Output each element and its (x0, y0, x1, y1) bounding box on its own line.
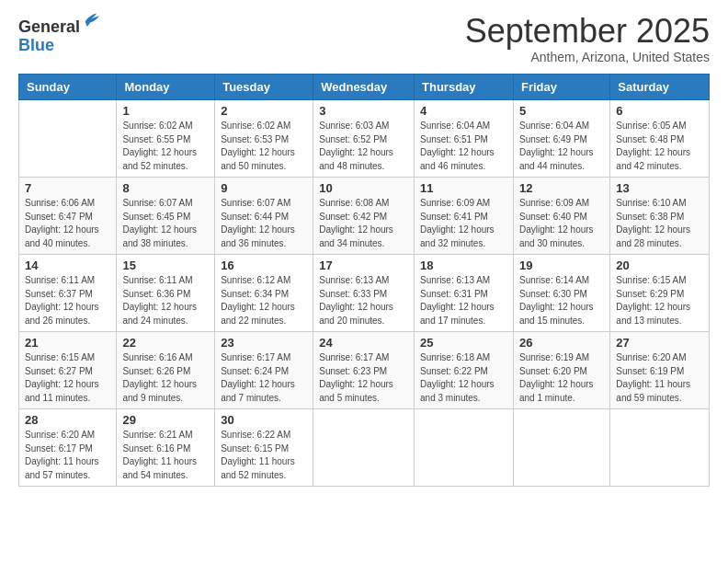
calendar-cell: 30Sunrise: 6:22 AM Sunset: 6:15 PM Dayli… (215, 409, 313, 487)
day-number: 24 (319, 336, 408, 350)
calendar-cell: 4Sunrise: 6:04 AM Sunset: 6:51 PM Daylig… (415, 100, 514, 178)
calendar-header-row: Sunday Monday Tuesday Wednesday Thursday… (19, 75, 710, 100)
calendar-cell (415, 409, 514, 487)
day-number: 29 (122, 413, 209, 427)
day-number: 27 (616, 336, 703, 350)
location-text: Anthem, Arizona, United States (465, 50, 710, 64)
calendar-cell: 22Sunrise: 6:16 AM Sunset: 6:26 PM Dayli… (117, 332, 215, 409)
title-section: September 2025 Anthem, Arizona, United S… (465, 15, 710, 64)
day-number: 8 (122, 181, 209, 195)
calendar-table: Sunday Monday Tuesday Wednesday Thursday… (18, 74, 710, 487)
header-thursday: Thursday (415, 75, 514, 100)
day-number: 10 (319, 181, 408, 195)
calendar-cell: 12Sunrise: 6:09 AM Sunset: 6:40 PM Dayli… (513, 178, 609, 255)
calendar-cell (19, 100, 117, 178)
day-info: Sunrise: 6:15 AM Sunset: 6:27 PM Dayligh… (25, 351, 110, 405)
day-number: 2 (221, 104, 307, 118)
calendar-cell: 1Sunrise: 6:02 AM Sunset: 6:55 PM Daylig… (117, 100, 215, 178)
day-info: Sunrise: 6:17 AM Sunset: 6:23 PM Dayligh… (319, 351, 408, 405)
logo: General Blue (18, 18, 80, 55)
day-info: Sunrise: 6:12 AM Sunset: 6:34 PM Dayligh… (221, 274, 307, 327)
calendar-cell (610, 409, 710, 487)
day-number: 13 (616, 181, 703, 195)
day-number: 30 (221, 413, 307, 427)
day-number: 11 (420, 181, 507, 195)
header-monday: Monday (117, 75, 215, 100)
logo-general-text: General (18, 18, 80, 37)
calendar-cell: 16Sunrise: 6:12 AM Sunset: 6:34 PM Dayli… (215, 255, 313, 332)
day-number: 14 (25, 259, 110, 272)
calendar-cell: 18Sunrise: 6:13 AM Sunset: 6:31 PM Dayli… (415, 255, 514, 332)
day-number: 15 (122, 259, 209, 272)
calendar-cell: 6Sunrise: 6:05 AM Sunset: 6:48 PM Daylig… (610, 100, 710, 178)
calendar-cell: 21Sunrise: 6:15 AM Sunset: 6:27 PM Dayli… (19, 332, 117, 409)
day-info: Sunrise: 6:20 AM Sunset: 6:17 PM Dayligh… (25, 429, 110, 482)
calendar-cell (313, 409, 415, 487)
header: General Blue September 2025 Anthem, Ariz… (18, 15, 710, 64)
calendar-cell: 5Sunrise: 6:04 AM Sunset: 6:49 PM Daylig… (513, 100, 609, 178)
day-info: Sunrise: 6:17 AM Sunset: 6:24 PM Dayligh… (221, 351, 307, 405)
calendar-cell: 25Sunrise: 6:18 AM Sunset: 6:22 PM Dayli… (415, 332, 514, 409)
calendar-cell: 9Sunrise: 6:07 AM Sunset: 6:44 PM Daylig… (215, 178, 313, 255)
day-info: Sunrise: 6:05 AM Sunset: 6:48 PM Dayligh… (616, 120, 703, 173)
day-number: 25 (420, 336, 507, 350)
page-container: General Blue September 2025 Anthem, Ariz… (0, 0, 728, 496)
day-info: Sunrise: 6:09 AM Sunset: 6:40 PM Dayligh… (519, 197, 604, 250)
day-info: Sunrise: 6:22 AM Sunset: 6:15 PM Dayligh… (221, 429, 307, 482)
calendar-cell: 24Sunrise: 6:17 AM Sunset: 6:23 PM Dayli… (313, 332, 415, 409)
calendar-cell: 28Sunrise: 6:20 AM Sunset: 6:17 PM Dayli… (19, 409, 117, 487)
calendar-week-5: 28Sunrise: 6:20 AM Sunset: 6:17 PM Dayli… (19, 409, 710, 487)
calendar-week-4: 21Sunrise: 6:15 AM Sunset: 6:27 PM Dayli… (19, 332, 710, 409)
day-info: Sunrise: 6:20 AM Sunset: 6:19 PM Dayligh… (616, 351, 703, 405)
day-number: 28 (25, 413, 110, 427)
month-title: September 2025 (465, 15, 710, 48)
calendar-cell: 23Sunrise: 6:17 AM Sunset: 6:24 PM Dayli… (215, 332, 313, 409)
day-number: 4 (420, 104, 507, 118)
day-number: 5 (519, 104, 604, 118)
calendar-week-1: 1Sunrise: 6:02 AM Sunset: 6:55 PM Daylig… (19, 100, 710, 178)
day-info: Sunrise: 6:11 AM Sunset: 6:37 PM Dayligh… (25, 274, 110, 327)
day-info: Sunrise: 6:19 AM Sunset: 6:20 PM Dayligh… (519, 351, 604, 405)
logo-blue-text: Blue (18, 37, 80, 55)
calendar-cell: 8Sunrise: 6:07 AM Sunset: 6:45 PM Daylig… (117, 178, 215, 255)
day-info: Sunrise: 6:02 AM Sunset: 6:53 PM Dayligh… (221, 120, 307, 173)
day-info: Sunrise: 6:10 AM Sunset: 6:38 PM Dayligh… (616, 197, 703, 250)
day-info: Sunrise: 6:02 AM Sunset: 6:55 PM Dayligh… (122, 120, 209, 173)
day-info: Sunrise: 6:18 AM Sunset: 6:22 PM Dayligh… (420, 351, 507, 405)
header-friday: Friday (513, 75, 609, 100)
header-wednesday: Wednesday (313, 75, 415, 100)
day-number: 16 (221, 259, 307, 272)
calendar-cell: 7Sunrise: 6:06 AM Sunset: 6:47 PM Daylig… (19, 178, 117, 255)
day-number: 3 (319, 104, 408, 118)
calendar-week-2: 7Sunrise: 6:06 AM Sunset: 6:47 PM Daylig… (19, 178, 710, 255)
calendar-cell: 13Sunrise: 6:10 AM Sunset: 6:38 PM Dayli… (610, 178, 710, 255)
day-info: Sunrise: 6:13 AM Sunset: 6:31 PM Dayligh… (420, 274, 507, 327)
day-info: Sunrise: 6:04 AM Sunset: 6:49 PM Dayligh… (519, 120, 604, 173)
day-info: Sunrise: 6:09 AM Sunset: 6:41 PM Dayligh… (420, 197, 507, 250)
day-number: 1 (122, 104, 209, 118)
day-number: 9 (221, 181, 307, 195)
day-number: 18 (420, 259, 507, 272)
day-info: Sunrise: 6:14 AM Sunset: 6:30 PM Dayligh… (519, 274, 604, 327)
calendar-cell: 17Sunrise: 6:13 AM Sunset: 6:33 PM Dayli… (313, 255, 415, 332)
day-info: Sunrise: 6:15 AM Sunset: 6:29 PM Dayligh… (616, 274, 703, 327)
calendar-cell (513, 409, 609, 487)
calendar-cell: 20Sunrise: 6:15 AM Sunset: 6:29 PM Dayli… (610, 255, 710, 332)
day-info: Sunrise: 6:08 AM Sunset: 6:42 PM Dayligh… (319, 197, 408, 250)
header-tuesday: Tuesday (215, 75, 313, 100)
calendar-cell: 10Sunrise: 6:08 AM Sunset: 6:42 PM Dayli… (313, 178, 415, 255)
day-number: 6 (616, 104, 703, 118)
day-number: 17 (319, 259, 408, 272)
header-sunday: Sunday (19, 75, 117, 100)
calendar-cell: 27Sunrise: 6:20 AM Sunset: 6:19 PM Dayli… (610, 332, 710, 409)
day-info: Sunrise: 6:06 AM Sunset: 6:47 PM Dayligh… (25, 197, 110, 250)
calendar-cell: 29Sunrise: 6:21 AM Sunset: 6:16 PM Dayli… (117, 409, 215, 487)
day-number: 22 (122, 336, 209, 350)
calendar-cell: 14Sunrise: 6:11 AM Sunset: 6:37 PM Dayli… (19, 255, 117, 332)
day-info: Sunrise: 6:11 AM Sunset: 6:36 PM Dayligh… (122, 274, 209, 327)
day-number: 20 (616, 259, 703, 272)
day-number: 19 (519, 259, 604, 272)
day-info: Sunrise: 6:13 AM Sunset: 6:33 PM Dayligh… (319, 274, 408, 327)
day-info: Sunrise: 6:07 AM Sunset: 6:45 PM Dayligh… (122, 197, 209, 250)
calendar-cell: 26Sunrise: 6:19 AM Sunset: 6:20 PM Dayli… (513, 332, 609, 409)
